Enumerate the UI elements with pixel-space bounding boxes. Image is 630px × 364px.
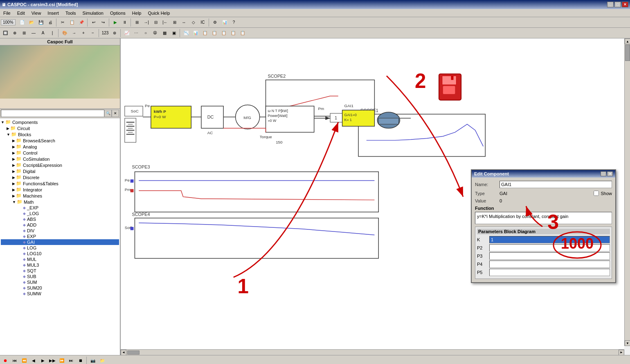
btb-record[interactable]: ⏺ [1, 356, 10, 364]
tb-new[interactable]: 📄 [18, 18, 27, 27]
menu-quickhelp[interactable]: Quick Help [144, 10, 173, 16]
tree-item-integrator[interactable]: ▶📁Integrator [1, 186, 119, 193]
tree-item-digital[interactable]: ▶📁Digital [1, 168, 119, 174]
tree-item-sub[interactable]: ◆SUB [1, 274, 119, 279]
menu-view[interactable]: View [28, 10, 45, 16]
tb2-btn14[interactable]: ▦ [160, 29, 169, 38]
clear-search-button[interactable]: ✕ [112, 110, 119, 117]
tb-btn7[interactable]: ◇ [189, 18, 198, 27]
tb2-btn21[interactable]: 📋 [238, 29, 247, 38]
btb-btn1[interactable]: 📷 [88, 356, 97, 364]
param-p5-input[interactable] [489, 269, 610, 276]
scroll-right-button[interactable]: ► [619, 350, 624, 355]
tree-item-sumw[interactable]: ◆SUMW [1, 291, 119, 297]
tb2-btn1[interactable]: 🔲 [1, 29, 10, 38]
param-p4-input[interactable] [489, 261, 610, 268]
menu-simulation[interactable]: Simulation [79, 10, 107, 16]
tb2-btn15[interactable]: ▣ [169, 29, 178, 38]
tb-btn4[interactable]: |← [161, 18, 170, 27]
tb2-btn2[interactable]: ⊕ [10, 29, 19, 38]
search-button[interactable]: 🔍 [104, 110, 112, 117]
btb-btn2[interactable]: 📁 [98, 356, 107, 364]
btb-rew[interactable]: ⏮ [10, 356, 19, 364]
tree-item-_log[interactable]: ◆_LOG [1, 211, 119, 216]
btb-step-fwd[interactable]: ▶▶ [48, 356, 57, 364]
tb2-btn9[interactable]: 123 [101, 29, 110, 38]
tb2-scope[interactable]: 📈 [122, 29, 131, 38]
tb2-btn12[interactable]: ○ [141, 29, 150, 38]
tree-item-functions_tables[interactable]: ▶📁Functions&Tables [1, 180, 119, 186]
panel-minimize[interactable]: _ [601, 171, 606, 176]
tree-item-sum[interactable]: ◆SUM [1, 279, 119, 285]
tb-print[interactable]: 🖨 [46, 18, 55, 27]
tb-run[interactable]: ▶ [111, 18, 120, 27]
tree-item-sum20[interactable]: ◆SUM20 [1, 285, 119, 291]
tree-item-mul3[interactable]: ◆MUL3 [1, 262, 119, 268]
btb-fwd[interactable]: ⏩ [57, 356, 66, 364]
tb2-btn20[interactable]: 📋 [229, 29, 238, 38]
tb-btn3[interactable]: ⊟ [151, 18, 160, 27]
tree-item-div[interactable]: ◆DIV [1, 228, 119, 234]
scroll-left-button[interactable]: ◄ [121, 350, 126, 355]
tb-paste[interactable]: 📌 [77, 18, 86, 27]
tb2-color[interactable]: 🎨 [60, 29, 69, 38]
tb-redo[interactable]: ↪ [99, 18, 108, 27]
tree-item-math[interactable]: ▼📁Math [1, 199, 119, 205]
tb2-btn7[interactable]: + [79, 29, 88, 38]
tb-btn6[interactable]: ↔ [180, 18, 189, 27]
btb-play[interactable]: ▶ [38, 356, 47, 364]
tree-item-analog[interactable]: ▶📁Analog [1, 144, 119, 150]
tree-item-exp[interactable]: ◆EXP [1, 234, 119, 239]
tb2-btn18[interactable]: 📋 [210, 29, 219, 38]
tree-item-log10[interactable]: ◆LOG10 [1, 251, 119, 256]
tb-open[interactable]: 📂 [27, 18, 36, 27]
tb2-btn10[interactable]: ⊛ [110, 29, 119, 38]
tb2-btn16[interactable]: 📊 [191, 29, 200, 38]
tree-item-log[interactable]: ◆LOG [1, 245, 119, 251]
scroll-thumb[interactable] [625, 45, 630, 61]
tree-item-blocks[interactable]: ▼📁Blocks [1, 131, 119, 137]
tree-item-cscript_expression[interactable]: ▶📁Cscript&Expression [1, 162, 119, 168]
tree-item-circuit[interactable]: ▶📁Circuit [1, 125, 119, 131]
menu-edit[interactable]: Edit [14, 10, 28, 16]
menu-options[interactable]: Options [107, 10, 129, 16]
scroll-down-button[interactable]: ▼ [625, 340, 630, 346]
btb-step-back[interactable]: ◀ [29, 356, 38, 364]
maximize-button[interactable]: □ [614, 2, 621, 7]
btb-end[interactable]: ⏭ [67, 356, 76, 364]
tree-item-sqt[interactable]: ◆SQT [1, 268, 119, 274]
tree-item-browse_search[interactable]: ▶📁Browse&Search [1, 137, 119, 144]
panel-close[interactable]: ✕ [607, 171, 613, 176]
tb-btn5[interactable]: ⊞ [170, 18, 179, 27]
tb2-btn3[interactable]: ⊞ [20, 29, 29, 38]
menu-tools[interactable]: Tools [62, 10, 79, 16]
tb-btn8[interactable]: IC [198, 18, 207, 27]
btb-prev[interactable]: ⏪ [20, 356, 29, 364]
btb-stop[interactable]: ⏹ [76, 356, 85, 364]
tb2-wire[interactable]: — [29, 29, 38, 38]
tb-undo[interactable]: ↩ [89, 18, 98, 27]
tb-btn2[interactable]: →| [142, 18, 151, 27]
minimize-button[interactable]: _ [607, 2, 614, 7]
tb2-btn13[interactable]: ⦿ [151, 29, 160, 38]
close-button[interactable]: ✕ [622, 2, 628, 7]
tree-item-abs[interactable]: ◆ABS [1, 216, 119, 222]
tree-item-cosimulation[interactable]: ▶📁CoSimulation [1, 156, 119, 162]
menu-file[interactable]: File [0, 10, 14, 16]
tree-item-machines[interactable]: ▶📁Machines [1, 193, 119, 199]
tree-item-_exp[interactable]: ◆_EXP [1, 205, 119, 211]
search-input[interactable] [1, 110, 104, 117]
tb2-btn17[interactable]: 📋 [200, 29, 209, 38]
tb-btn11[interactable]: ? [230, 18, 239, 27]
tb-pause[interactable]: ⏸ [120, 18, 129, 27]
tb2-scope2[interactable]: 📉 [182, 29, 191, 38]
tb-btn1[interactable]: ⊞ [133, 18, 142, 27]
tb2-btn8[interactable]: − [88, 29, 97, 38]
tb-copy[interactable]: 📋 [68, 18, 76, 27]
tree-item-mul[interactable]: ◆MUL [1, 256, 119, 262]
tree-item-add[interactable]: ◆ADD [1, 222, 119, 228]
name-input[interactable] [500, 181, 612, 188]
tree-item-control[interactable]: ▶📁Control [1, 150, 119, 156]
hscroll-thumb[interactable] [127, 351, 140, 355]
menu-help[interactable]: Help [129, 10, 145, 16]
